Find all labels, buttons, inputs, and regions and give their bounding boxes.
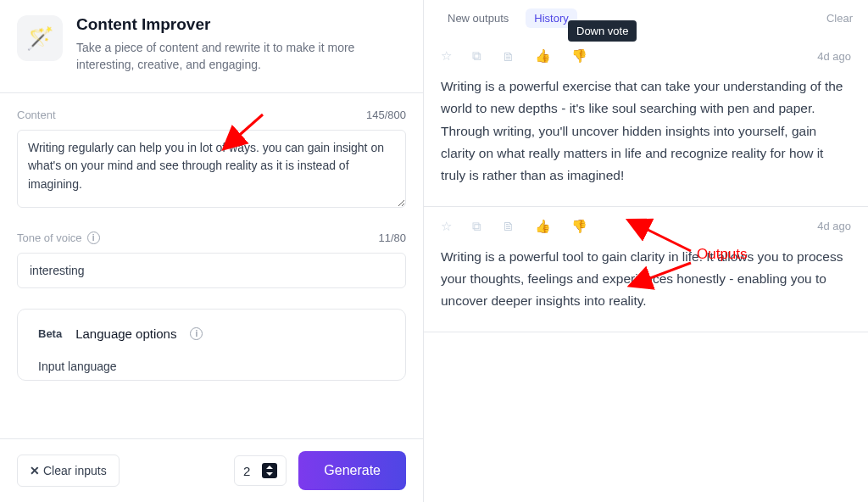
generate-label: Generate <box>324 463 381 477</box>
output-timestamp: 4d ago <box>817 50 851 63</box>
thumbs-down-icon[interactable]: 👎 <box>571 48 587 64</box>
content-textarea[interactable] <box>17 130 406 208</box>
star-icon[interactable]: ☆ <box>441 48 452 64</box>
info-icon[interactable]: i <box>190 327 203 340</box>
output-toolbar: ☆ ⧉ 🗎 👍 👎 4d ago <box>441 219 851 234</box>
clear-link[interactable]: Clear <box>826 12 853 25</box>
info-icon[interactable]: i <box>87 231 100 244</box>
close-icon: ✕ <box>30 464 40 477</box>
page-subtitle: Take a piece of content and rewrite it t… <box>76 39 381 74</box>
star-icon[interactable]: ☆ <box>441 219 452 234</box>
thumbs-up-icon[interactable]: 👍 <box>535 48 551 64</box>
output-count-box[interactable]: 2 <box>234 455 287 486</box>
copy-icon[interactable]: ⧉ <box>472 219 481 234</box>
tone-label: Tone of voice <box>17 231 82 244</box>
output-list: ☆ ⧉ 🗎 👍 👎 4d ago Writing is a powerful e… <box>424 36 868 502</box>
output-count-value: 2 <box>243 464 250 478</box>
output-timestamp: 4d ago <box>817 220 851 232</box>
right-panel: New outputs History Clear Down vote ☆ ⧉ … <box>424 0 868 502</box>
content-counter: 145/800 <box>366 109 406 121</box>
copy-icon[interactable]: ⧉ <box>472 48 481 64</box>
output-card: ☆ ⧉ 🗎 👍 👎 4d ago Writing is a powerful t… <box>424 207 868 332</box>
form-area: Content 145/800 Tone of voice i 11/80 Be… <box>0 93 423 438</box>
wand-icon: 🪄 <box>26 25 53 52</box>
output-card: ☆ ⧉ 🗎 👍 👎 4d ago Writing is a powerful e… <box>424 36 868 207</box>
document-icon[interactable]: 🗎 <box>502 49 515 64</box>
content-field: Content 145/800 <box>17 109 406 211</box>
output-text: Writing is a powerful exercise that can … <box>441 75 851 187</box>
header-text: Content Improver Take a piece of content… <box>76 15 381 74</box>
content-label: Content <box>17 109 56 121</box>
generate-button[interactable]: Generate <box>298 451 406 490</box>
thumbs-up-icon[interactable]: 👍 <box>535 219 551 234</box>
input-language-label: Input language <box>38 360 385 373</box>
left-panel: 🪄 Content Improver Take a piece of conte… <box>0 0 424 502</box>
output-text: Writing is a powerful tool to gain clari… <box>441 246 851 313</box>
tabs-bar: New outputs History Clear Down vote <box>424 0 868 36</box>
beta-badge: Beta <box>38 327 62 340</box>
tone-counter: 11/80 <box>378 231 406 244</box>
header: 🪄 Content Improver Take a piece of conte… <box>0 0 423 93</box>
clear-inputs-label: Clear inputs <box>43 464 107 477</box>
language-panel: Beta Language options i Input language <box>17 309 406 381</box>
tab-new-outputs[interactable]: New outputs <box>439 8 517 28</box>
footer-bar: ✕ Clear inputs 2 Generate <box>0 438 423 502</box>
clear-inputs-button[interactable]: ✕ Clear inputs <box>17 455 120 487</box>
output-toolbar: ☆ ⧉ 🗎 👍 👎 4d ago <box>441 48 851 64</box>
document-icon[interactable]: 🗎 <box>502 219 515 233</box>
down-vote-tooltip: Down vote <box>568 20 637 42</box>
annotation-outputs-label: Outputs <box>697 246 748 263</box>
stepper-icon[interactable] <box>262 463 277 478</box>
app-icon-tile: 🪄 <box>17 15 63 61</box>
tone-field: Tone of voice i 11/80 <box>17 231 406 288</box>
tone-input[interactable] <box>17 253 406 288</box>
thumbs-down-icon[interactable]: 👎 <box>571 219 587 234</box>
page-title: Content Improver <box>76 15 381 34</box>
language-options-label: Language options <box>75 326 176 341</box>
